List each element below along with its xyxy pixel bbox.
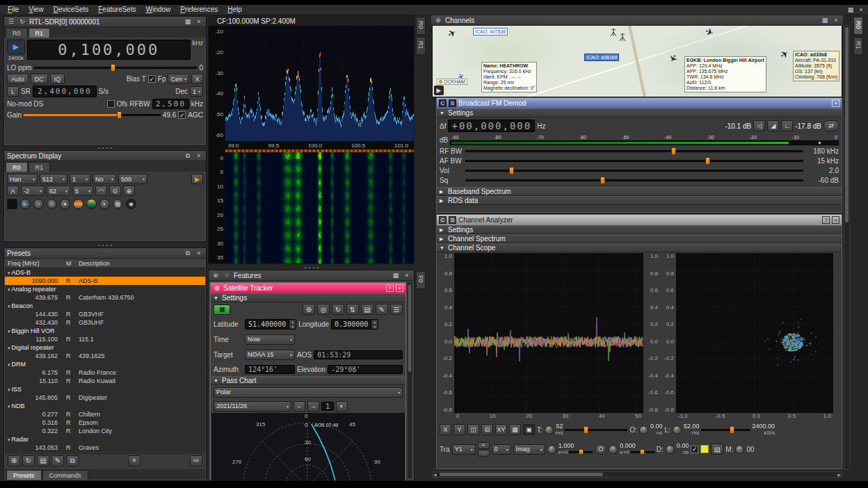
- update-tle-icon[interactable]: ↻: [332, 304, 344, 315]
- tab-presets[interactable]: Presets: [6, 470, 42, 480]
- target-combo[interactable]: NOAA 15▾: [245, 350, 295, 360]
- up-icon[interactable]: ▲: [373, 320, 376, 324]
- fc-pos-combo[interactable]: Cen▾: [168, 74, 189, 84]
- right-workspace-tab-r1[interactable]: R1: [853, 37, 863, 55]
- star-icon[interactable]: ☆: [223, 271, 231, 279]
- splitter-handle[interactable]: [208, 265, 415, 270]
- offset-reset-button[interactable]: O: [595, 444, 606, 455]
- waterfall-plot[interactable]: [225, 152, 414, 263]
- invert-waterfall-button[interactable]: ◐: [99, 199, 110, 209]
- preset-row[interactable]: 145.805 R Digipeater: [5, 393, 205, 402]
- gear-icon[interactable]: ⚙: [213, 284, 221, 293]
- preset-row[interactable]: 6.175 R Radio France: [5, 368, 205, 377]
- averaging-combo[interactable]: 1▾: [70, 174, 90, 184]
- ofs-checkbox[interactable]: [107, 100, 115, 108]
- workspace-tab-r0[interactable]: R0: [416, 17, 426, 35]
- iq-button[interactable]: IQ: [50, 74, 65, 84]
- waypoint-label[interactable]: OCKHAM: [437, 79, 467, 85]
- range-combo[interactable]: 62▾: [47, 186, 70, 196]
- preset-row[interactable]: 439.675 R Caterham 439.6750: [5, 293, 205, 302]
- timebase-slider[interactable]: [565, 425, 627, 434]
- pass-chart-section[interactable]: ▼ Pass Chart: [211, 376, 405, 385]
- next-pass-button[interactable]: →: [307, 401, 319, 412]
- menu-item[interactable]: Help: [223, 5, 247, 15]
- preset-row[interactable]: 439.162 R 439.1625: [5, 352, 205, 360]
- add-trace-button[interactable]: +: [478, 442, 490, 449]
- offset-exp-slider[interactable]: [631, 449, 654, 455]
- menu-item[interactable]: FeatureSets: [93, 5, 140, 15]
- delay-knob[interactable]: [666, 445, 675, 454]
- add-preset-button[interactable]: ⊕: [8, 455, 20, 466]
- trace-visible-checkbox[interactable]: ✓: [691, 446, 698, 453]
- aircraft-icon[interactable]: ✈: [704, 26, 715, 38]
- remove-trace-button[interactable]: -: [478, 450, 490, 457]
- channel-stream-button[interactable]: S: [449, 216, 456, 224]
- auto-button[interactable]: Auto: [7, 74, 29, 84]
- channel-spectrum-section[interactable]: ▶ Channel Spectrum: [437, 234, 842, 243]
- column-freq[interactable]: Freq (MHz): [5, 260, 66, 267]
- dc-button[interactable]: DC: [31, 74, 48, 84]
- decay-combo[interactable]: 5▾: [72, 186, 93, 196]
- scope-y-only-button[interactable]: Y: [453, 424, 465, 435]
- background-color-button[interactable]: [7, 199, 17, 209]
- trace-color-swatch[interactable]: [700, 445, 709, 453]
- projection-combo[interactable]: Imag▾: [513, 444, 545, 455]
- channel-settings-button[interactable]: C: [439, 99, 447, 107]
- aircraft-icon[interactable]: ✈: [446, 27, 458, 40]
- agc-checkbox[interactable]: ✓: [178, 111, 186, 119]
- hamburger-icon[interactable]: ☰: [7, 17, 15, 26]
- menu-item[interactable]: Window: [141, 5, 176, 15]
- amplitude-exp-slider[interactable]: [569, 449, 593, 455]
- airport-info-box[interactable]: EGKB: London Biggin Hill AirportAPP: 129…: [684, 56, 766, 92]
- shrink-icon[interactable]: ×: [195, 17, 203, 26]
- rfbw-display[interactable]: 2,500: [152, 99, 189, 109]
- channel-analyzer-titlebar[interactable]: C S Channel Analyzer ? ×: [437, 215, 842, 225]
- decimation-combo[interactable]: 1▾: [190, 86, 203, 97]
- scope-xy-plot[interactable]: [676, 253, 833, 413]
- autotarget-icon[interactable]: ⊕: [303, 304, 315, 315]
- amplitude-knob[interactable]: [547, 445, 556, 454]
- spectrum-play-button[interactable]: ▶: [191, 174, 203, 184]
- preset-row[interactable]: 432.430 R GB3UHF: [5, 318, 205, 327]
- save-trace-button[interactable]: ▤: [711, 444, 723, 455]
- preset-row[interactable]: 115.100 R 115.1: [5, 335, 205, 343]
- close-all-icon[interactable]: ×: [857, 6, 865, 14]
- pass-updown-icon[interactable]: ⇅: [346, 304, 359, 315]
- split-horizontal-button[interactable]: ◫: [467, 424, 479, 435]
- pass-date-combo[interactable]: 2021/11/26▾: [214, 401, 291, 412]
- preset-row[interactable]: 143.053 R Graves: [5, 444, 205, 452]
- histogram-button[interactable]: [73, 199, 83, 209]
- edit-satellites-icon[interactable]: ✎: [376, 304, 388, 315]
- detach-icon[interactable]: ⧉: [184, 152, 192, 160]
- offset-knob[interactable]: [609, 445, 618, 454]
- preset-row[interactable]: 15.110 R Radio Kuwait: [5, 377, 205, 385]
- fm-demod-titlebar[interactable]: C S Broadcast FM Demod ×: [437, 98, 842, 108]
- lna-button[interactable]: L: [7, 86, 19, 97]
- current-trace-button[interactable]: ○: [33, 199, 44, 209]
- waterfall-button[interactable]: [86, 199, 97, 209]
- reorder-icon[interactable]: ▦: [184, 17, 192, 26]
- aircraft-info-box[interactable]: ICAO: ad33b8Aircraft: PA-31-310Altitude:…: [793, 51, 839, 81]
- preset-row[interactable]: NDB: [5, 402, 205, 410]
- rds-data-section[interactable]: ▶ RDS data: [437, 196, 842, 205]
- channel-stream-button[interactable]: S: [449, 99, 456, 107]
- tracker-settings-section[interactable]: ▼ Settings: [211, 293, 405, 302]
- workspace-tab-r1[interactable]: R1: [416, 37, 426, 55]
- close-icon[interactable]: ×: [832, 99, 839, 107]
- help-icon[interactable]: ?: [822, 216, 830, 224]
- grid-intensity-button[interactable]: ▣: [523, 424, 535, 435]
- close-icon[interactable]: ×: [396, 284, 403, 292]
- center-frequency-display[interactable]: 0,100,000: [27, 40, 191, 60]
- aircraft-icao-label[interactable]: ICAO: a081b9: [584, 54, 619, 61]
- latitude-field[interactable]: 51.400000▲▼: [245, 319, 296, 330]
- scroll-right-icon[interactable]: ▶: [837, 472, 841, 477]
- transverter-button[interactable]: X: [191, 74, 203, 84]
- day-night-toggle[interactable]: ◐: [336, 401, 348, 412]
- stereo-icon[interactable]: ◢: [767, 120, 779, 131]
- scope-trace-plot[interactable]: [454, 253, 643, 413]
- preset-row[interactable]: 144.430 R GB3VHF: [5, 310, 205, 318]
- splitter-handle[interactable]: [3, 243, 207, 247]
- scope-xy-button[interactable]: XY: [495, 424, 507, 435]
- column-description[interactable]: Description: [79, 260, 205, 267]
- tile-windows-icon[interactable]: ▦: [846, 6, 855, 14]
